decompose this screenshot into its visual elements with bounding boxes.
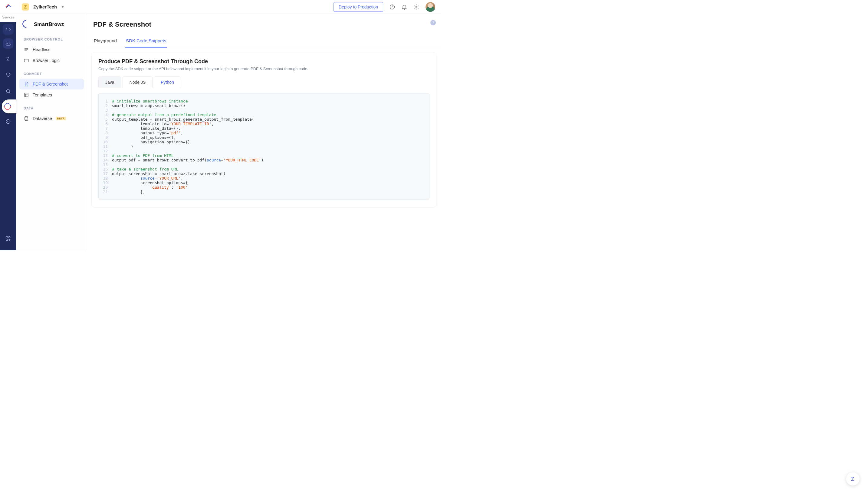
line-number: 6	[102, 121, 112, 126]
deploy-to-production-button[interactable]: Deploy to Production	[333, 2, 383, 12]
sidebar: SmartBrowz BROWSER CONTROL Headless Brow…	[16, 14, 87, 250]
rail-service-cloud-icon[interactable]	[3, 38, 13, 49]
brand-logo	[0, 0, 16, 14]
line-number: 12	[102, 149, 112, 153]
code-block[interactable]: 1# initialize smartbrowz instance2smart_…	[98, 93, 430, 200]
tab-sdk-code-snippets[interactable]: SDK Code Snippets	[125, 35, 167, 48]
chevron-down-icon[interactable]: ▼	[61, 5, 65, 9]
code-text: output_pdf = smart_browz.convert_to_pdf(…	[112, 158, 264, 163]
rail-service-bot-icon[interactable]	[0, 113, 16, 130]
svg-rect-11	[24, 59, 29, 62]
database-icon	[24, 116, 29, 121]
line-number: 9	[102, 135, 112, 140]
code-text: output_screenshot = smart_browz.take_scr…	[112, 171, 226, 176]
line-number: 3	[102, 108, 112, 112]
code-line: 13# convert to PDF from HTML	[102, 153, 426, 158]
page-title: PDF & Screenshot	[87, 21, 441, 28]
browser-icon	[24, 58, 29, 63]
rail-services-label: Services	[0, 14, 16, 22]
line-number: 4	[102, 112, 112, 117]
code-text: template_id='YOUR_TEMPLATE_ID',	[112, 121, 214, 126]
rail-service-1[interactable]	[3, 24, 14, 35]
rail-service-smartbrowz-icon[interactable]	[2, 99, 16, 113]
svg-point-3	[6, 119, 10, 124]
panel-heading: Produce PDF & Screenshot Through Code	[98, 58, 430, 65]
line-number: 14	[102, 158, 112, 163]
gear-icon[interactable]	[413, 4, 419, 10]
svg-rect-8	[6, 239, 7, 241]
sidebar-item-headless[interactable]: Headless	[19, 44, 84, 55]
sidebar-item-templates[interactable]: Templates	[19, 90, 84, 100]
code-text: )	[112, 144, 133, 149]
line-number: 5	[102, 117, 112, 121]
lang-tab-node[interactable]: Node JS	[123, 76, 153, 88]
svg-point-10	[416, 6, 417, 7]
code-line: 20 'quality': '100'	[102, 185, 426, 190]
line-number: 8	[102, 131, 112, 135]
help-icon[interactable]	[389, 4, 395, 10]
product-title: SmartBrowz	[34, 21, 64, 27]
line-number: 1	[102, 99, 112, 103]
language-tabs: Java Node JS Python	[98, 76, 430, 88]
topbar: Z ZylkerTech ▼ Deploy to Production	[16, 0, 441, 14]
service-rail: Services	[0, 0, 16, 250]
code-line: 3	[102, 108, 426, 112]
rail-apps-icon[interactable]	[0, 230, 16, 247]
lang-tab-python[interactable]: Python	[154, 76, 181, 88]
svg-point-5	[9, 121, 10, 122]
code-line: 8 output_type='pdf',	[102, 131, 426, 135]
template-icon	[24, 92, 29, 98]
code-line: 19 screenshot_options={	[102, 180, 426, 185]
group-browser-control-label: BROWSER CONTROL	[19, 36, 84, 44]
help-badge-icon[interactable]: ?	[430, 20, 436, 25]
sidebar-item-dataverse[interactable]: Dataverse BETA	[19, 113, 84, 124]
sidebar-item-pdf-screenshot[interactable]: PDF & Screenshot	[19, 79, 84, 90]
line-number: 2	[102, 103, 112, 108]
svg-point-4	[7, 121, 8, 122]
rail-service-zia-icon[interactable]	[0, 51, 16, 67]
code-text: 'quality': '100'	[112, 185, 188, 190]
code-text: screenshot_options={	[112, 180, 188, 185]
file-icon	[24, 81, 29, 87]
line-number: 19	[102, 180, 112, 185]
org-name[interactable]: ZylkerTech	[33, 4, 57, 10]
code-text: # convert to PDF from HTML	[112, 153, 174, 158]
line-number: 21	[102, 190, 112, 194]
code-line: 14output_pdf = smart_browz.convert_to_pd…	[102, 158, 426, 163]
code-line: 17output_screenshot = smart_browz.take_s…	[102, 171, 426, 176]
code-line: 11 )	[102, 144, 426, 149]
code-line: 6 template_id='YOUR_TEMPLATE_ID',	[102, 121, 426, 126]
nav-label: Dataverse	[33, 116, 52, 121]
layers-icon	[24, 47, 29, 52]
code-line: 12	[102, 149, 426, 153]
line-number: 20	[102, 185, 112, 190]
code-line: 9 pdf_options={},	[102, 135, 426, 140]
group-convert-label: CONVERT	[19, 70, 84, 79]
panel-subtitle: Copy the SDK code snippet or the API bel…	[98, 66, 430, 71]
code-line: 18 source='YOUR_URL',	[102, 176, 426, 180]
code-text: navigation_options={}	[112, 140, 190, 144]
avatar[interactable]	[426, 2, 435, 12]
code-line: 15	[102, 163, 426, 167]
lang-tab-java[interactable]: Java	[98, 76, 121, 88]
org-badge: Z	[22, 3, 29, 11]
svg-point-0	[6, 90, 10, 93]
nav-label: PDF & Screenshot	[33, 82, 68, 87]
code-text: # generate output from a predefined temp…	[112, 112, 216, 117]
code-line: 4# generate output from a predefined tem…	[102, 112, 426, 117]
smartbrowz-logo-icon	[22, 19, 31, 30]
rail-service-search-icon[interactable]	[0, 83, 16, 99]
svg-rect-12	[24, 93, 28, 97]
code-text: output_type='pdf',	[112, 131, 183, 135]
code-line: 2smart_browz = app.smart_browz()	[102, 103, 426, 108]
rail-service-diamond-icon[interactable]	[0, 67, 16, 83]
code-text: pdf_options={},	[112, 135, 176, 140]
code-line: 10 navigation_options={}	[102, 140, 426, 144]
product-header: SmartBrowz	[19, 19, 84, 36]
line-number: 10	[102, 140, 112, 144]
bell-icon[interactable]	[401, 4, 408, 10]
tab-playground[interactable]: Playground	[93, 35, 117, 48]
code-text: template_data={},	[112, 126, 181, 131]
sidebar-item-browser-logic[interactable]: Browser Logic	[19, 55, 84, 66]
code-line: 16# take a screenshot from URL	[102, 167, 426, 171]
